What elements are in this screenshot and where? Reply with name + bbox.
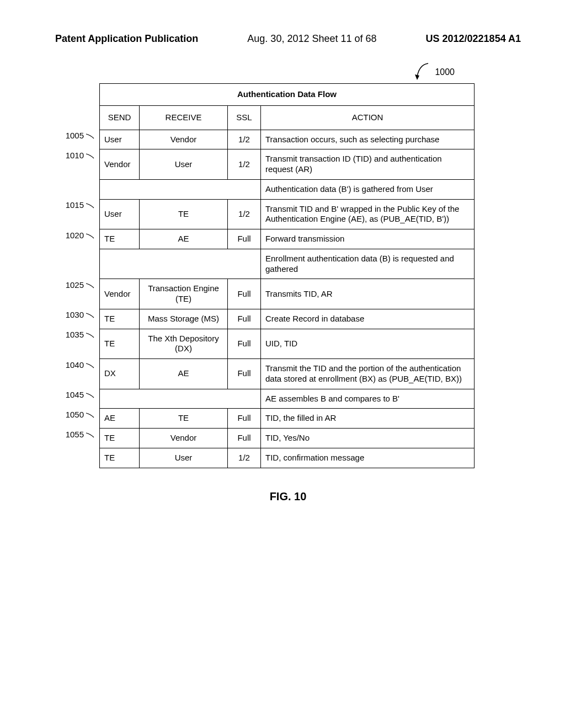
cell-action: TID, Yes/No [261, 429, 475, 448]
cell-action: TID, the filled in AR [261, 409, 475, 429]
table-row: UserTE1/2Transmit TID and B' wrapped in … [100, 199, 475, 229]
table-row: TEThe Xth Depository (DX)FullUID, TID [100, 329, 475, 359]
leader-tick-icon [85, 133, 95, 140]
leader-tick-icon [85, 233, 95, 239]
cell-receive: User [140, 448, 228, 468]
row-ref-number: 1040 [66, 360, 84, 370]
cell-action: UID, TID [261, 329, 475, 359]
leader-tick-icon [85, 432, 95, 438]
row-ref-number: 1010 [66, 151, 84, 160]
table-row: TEAEFullForward transmission [100, 229, 475, 249]
cell-ssl: 1/2 [228, 149, 261, 180]
cell-receive: Mass Storage (MS) [140, 309, 228, 329]
cell-action: Forward transmission [261, 229, 475, 249]
cell-action: Transmit the TID and the portion of the … [261, 359, 475, 389]
cell-ssl: 1/2 [228, 130, 261, 149]
table-row: TEVendorFullTID, Yes/No [100, 429, 475, 448]
table-row: UserVendor1/2Transaction occurs, such as… [100, 130, 475, 149]
header-center: Aug. 30, 2012 Sheet 11 of 68 [247, 33, 376, 45]
leader-tick-icon [85, 153, 95, 159]
table-row: AETEFullTID, the filled in AR [100, 409, 475, 429]
row-ref-label: 1010 [56, 151, 95, 160]
row-ref-number: 1020 [66, 231, 84, 240]
row-ref-label: 1005 [56, 131, 95, 140]
cell-ssl: Full [228, 279, 261, 309]
cell-send: TE [100, 429, 140, 448]
cell-receive: TE [140, 199, 228, 229]
row-ref-label: 1055 [56, 430, 95, 439]
data-flow-table: Authentication Data Flow SEND RECEIVE SS… [99, 83, 475, 468]
leader-tick-icon [85, 362, 95, 369]
cell-receive: AE [140, 359, 228, 389]
cell-send: TE [100, 309, 140, 329]
cell-action: Transmits TID, AR [261, 279, 475, 309]
row-ref-label: 1040 [56, 360, 95, 370]
col-header-ssl: SSL [228, 105, 261, 130]
row-ref-number: 1050 [66, 410, 84, 419]
table-row: TEUser1/2TID, confirmation message [100, 448, 475, 468]
cell-action: Transmit transaction ID (TID) and authen… [261, 149, 475, 180]
table-row: DXAEFullTransmit the TID and the portion… [100, 359, 475, 389]
table-row: AE assembles B and compares to B' [100, 389, 475, 409]
cell-send: AE [100, 409, 140, 429]
col-header-action: ACTION [261, 105, 475, 130]
row-ref-number: 1035 [66, 330, 84, 339]
cell-action: Create Record in database [261, 309, 475, 329]
row-ref-label: 1050 [56, 410, 95, 419]
table-header-row: SEND RECEIVE SSL ACTION [100, 105, 475, 130]
cell-receive: AE [140, 229, 228, 249]
cell-action: AE assembles B and compares to B' [261, 389, 475, 409]
cell-send: DX [100, 359, 140, 389]
cell-ssl: Full [228, 229, 261, 249]
table-row: Authentication data (B') is gathered fro… [100, 179, 475, 199]
cell-action: Transaction occurs, such as selecting pu… [261, 130, 475, 149]
table-title-row: Authentication Data Flow [100, 84, 475, 106]
leader-arrow-icon [412, 61, 431, 83]
cell-send: Vendor [100, 279, 140, 309]
row-ref-number: 1055 [66, 430, 84, 439]
page: Patent Application Publication Aug. 30, … [0, 0, 565, 728]
figure-caption: FIG. 10 [55, 490, 521, 503]
cell-send: TE [100, 229, 140, 249]
cell-send: TE [100, 448, 140, 468]
header-left: Patent Application Publication [55, 33, 198, 45]
table-row: VendorTransaction Engine (TE)FullTransmi… [100, 279, 475, 309]
cell-blank [100, 249, 261, 279]
leader-tick-icon [85, 412, 95, 419]
cell-receive: Transaction Engine (TE) [140, 279, 228, 309]
cell-ssl: 1/2 [228, 448, 261, 468]
figure-area: 1000 10051010101510201025103010351040104… [99, 83, 521, 503]
row-ref-number: 1030 [66, 310, 84, 319]
table-row: TEMass Storage (MS)FullCreate Record in … [100, 309, 475, 329]
cell-action: TID, confirmation message [261, 448, 475, 468]
row-ref-label: 1020 [56, 231, 95, 240]
cell-receive: User [140, 149, 228, 180]
cell-send: User [100, 130, 140, 149]
cell-send: TE [100, 329, 140, 359]
leader-tick-icon [85, 312, 95, 319]
row-ref-label: 1030 [56, 310, 95, 319]
cell-blank [100, 179, 261, 199]
cell-ssl: Full [228, 309, 261, 329]
cell-receive: TE [140, 409, 228, 429]
header-right: US 2012/0221854 A1 [426, 33, 521, 45]
cell-send: Vendor [100, 149, 140, 180]
cell-ssl: Full [228, 329, 261, 359]
col-header-receive: RECEIVE [140, 105, 228, 130]
cell-send: User [100, 199, 140, 229]
cell-ssl: Full [228, 409, 261, 429]
row-ref-label: 1015 [56, 200, 95, 210]
col-header-send: SEND [100, 105, 140, 130]
leader-tick-icon [85, 332, 95, 339]
cell-receive: Vendor [140, 130, 228, 149]
cell-receive: Vendor [140, 429, 228, 448]
cell-receive: The Xth Depository (DX) [140, 329, 228, 359]
cell-action: Authentication data (B') is gathered fro… [261, 179, 475, 199]
table-title: Authentication Data Flow [100, 84, 475, 106]
leader-tick-icon [85, 392, 95, 399]
figure-ref-number: 1000 [435, 67, 455, 77]
row-ref-number: 1045 [66, 390, 84, 399]
row-ref-label: 1045 [56, 390, 95, 399]
table-row: Enrollment authentication data (B) is re… [100, 249, 475, 279]
cell-ssl: Full [228, 359, 261, 389]
